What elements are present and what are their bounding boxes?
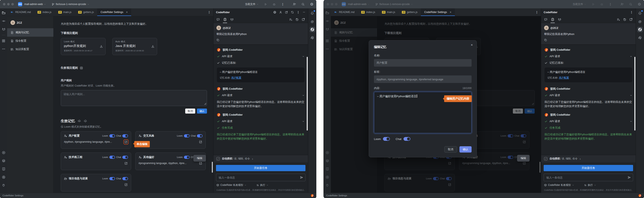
tune-icon[interactable]	[1, 18, 6, 24]
message-input[interactable]	[218, 176, 298, 179]
more-actions-icon[interactable]: ⋮	[281, 3, 284, 6]
window-controls[interactable]	[3, 3, 14, 6]
add-user-icon[interactable]	[293, 2, 296, 6]
memory-card-user-profile[interactable]: 用户配置 Loom Chat #python, #programming lan…	[61, 131, 131, 149]
edit-memory-button[interactable]	[124, 183, 128, 186]
refresh-icon[interactable]	[291, 11, 294, 14]
more-actions-icon[interactable]: ⋮	[609, 3, 612, 6]
chat-toggle[interactable]	[197, 134, 202, 138]
panel-settings-icon[interactable]	[273, 11, 276, 14]
status-left[interactable]: CodeRider Settings	[2, 194, 24, 197]
add-rule-icon[interactable]	[80, 66, 83, 70]
chat-toggle[interactable]	[122, 134, 128, 138]
cloud-download-icon[interactable]	[84, 119, 87, 123]
chevron-down-icon[interactable]	[302, 94, 304, 96]
gitlab-tab-icon[interactable]	[230, 16, 234, 23]
branch-switcher[interactable]: fix/issue-1-remove-qrcode	[52, 3, 89, 6]
loom-toggle[interactable]	[109, 134, 115, 138]
chevron-down-icon[interactable]	[302, 120, 304, 122]
edit-memory-button[interactable]	[124, 162, 128, 165]
memory-content-textarea[interactable]: – 用户偏好使用Python编程语言 编辑用户记忆内容	[374, 92, 472, 133]
download-icon[interactable]	[151, 45, 154, 48]
panel-account-icon[interactable]	[279, 11, 282, 14]
minimize-icon[interactable]	[302, 11, 306, 14]
docs-icon[interactable]	[1, 166, 6, 172]
at-mention-icon[interactable]: @	[310, 19, 315, 24]
tab-getters-js[interactable]: JS getters.js	[75, 8, 97, 16]
send-icon[interactable]	[300, 176, 303, 179]
remote-icon[interactable]	[1, 182, 6, 188]
user-rules-textarea[interactable]	[61, 90, 207, 106]
status-left[interactable]: CodeRider Settings	[326, 194, 347, 197]
memory-card-project-info[interactable]: 项目信息与进展 Loom Chat	[61, 174, 131, 192]
tab-index-js[interactable]: JS index.js	[34, 8, 55, 16]
branch-switcher[interactable]: fix/issue-1-remove-qrcode	[376, 3, 413, 6]
memory-card-tech-stack[interactable]: 技术栈工程 Loom Chat	[61, 152, 131, 170]
chevron-right-icon[interactable]: ›	[252, 157, 253, 160]
chat-tab-icon[interactable]	[216, 16, 220, 23]
run-button[interactable]	[592, 3, 595, 6]
chevron-down-icon[interactable]	[302, 55, 304, 58]
explorer-icon[interactable]	[1, 10, 6, 16]
memory-name-link[interactable]: 用户配置	[231, 76, 241, 79]
rule-card-auto[interactable]: Auto 模式 Java 开发规则 更新时间：2025-08-13 10:08:…	[112, 38, 157, 55]
sidebar-item-rules-memory[interactable]: 规则与记忆	[7, 28, 54, 37]
new-task-button[interactable]: 开始新任务	[216, 165, 306, 171]
api-request-row[interactable]: API 请求	[217, 54, 304, 58]
run-button[interactable]	[264, 3, 267, 6]
gitlab-icon[interactable]	[1, 26, 6, 32]
tab-readme[interactable]: M↓ README.md	[7, 8, 34, 16]
sidebar-item-knowledge-base[interactable]: 知识库配置	[7, 45, 54, 54]
cloud-upload-icon[interactable]	[78, 119, 81, 123]
tasks-tab-icon[interactable]	[223, 16, 227, 23]
notifications-icon[interactable]	[310, 10, 315, 16]
python-icon[interactable]	[310, 35, 315, 40]
edit-memory-button[interactable]	[124, 140, 128, 144]
api-request-row[interactable]: API 请求	[217, 120, 304, 123]
more-views-icon[interactable]: ⋯	[1, 46, 6, 52]
run-config-select[interactable]: 当前文件	[572, 2, 586, 6]
new-chat-icon[interactable]	[285, 11, 288, 14]
coderider-status-logo[interactable]	[638, 194, 642, 197]
confirm-button[interactable]: 确认	[460, 146, 472, 152]
run-config-select[interactable]: 当前文件	[245, 2, 258, 6]
account-row[interactable]: ZCZ	[7, 19, 54, 28]
list-add-icon[interactable]	[289, 16, 292, 23]
project-switcher[interactable]: mall-admin-web	[24, 3, 46, 6]
cancel-button[interactable]: 取消	[444, 146, 457, 152]
loom-toggle[interactable]	[109, 177, 115, 180]
coderider-sidebar-icon[interactable]	[310, 27, 315, 32]
history-icon[interactable]	[296, 16, 299, 23]
editor-more-icon[interactable]: ⋮	[205, 8, 213, 16]
message-input-box[interactable]	[216, 174, 306, 181]
extensions-icon[interactable]	[1, 38, 6, 44]
project-switcher[interactable]: mall-admin-web	[348, 3, 370, 6]
run-debug-icon[interactable]	[1, 150, 6, 155]
download-icon[interactable]	[100, 45, 103, 48]
api-request-row[interactable]: API 请求	[217, 94, 304, 97]
rule-card-loom[interactable]: Loom 模式 python开发规则 更新时间：2025-09-04 10:46…	[61, 38, 106, 55]
open-editor-icon[interactable]	[302, 16, 305, 23]
settings-gear-icon[interactable]	[310, 2, 314, 6]
add-user-icon[interactable]	[620, 2, 624, 6]
chat-toggle[interactable]	[404, 137, 410, 141]
editor-scrollbar[interactable]	[212, 162, 213, 173]
layers-icon[interactable]	[1, 158, 6, 164]
confirm-button[interactable]: 确认	[197, 108, 207, 114]
memory-name-input[interactable]	[374, 59, 472, 67]
search-icon[interactable]	[629, 3, 632, 6]
memory-card-other-preferences[interactable]: 其他偏好 Loom Chat #programming language, #p…	[135, 152, 206, 170]
auto-auth-row[interactable]: 自动授权: 读, 编辑, 命令 ›	[214, 155, 308, 162]
coderider-status-logo[interactable]	[311, 194, 314, 197]
account-icon[interactable]	[1, 174, 6, 180]
debug-button[interactable]	[600, 3, 603, 6]
cancel-button[interactable]: 取消	[185, 108, 195, 114]
checkbox-checked-icon[interactable]	[216, 157, 220, 160]
close-icon[interactable]: ×	[471, 43, 473, 47]
model-select[interactable]: CodeRider 私有模型	[216, 183, 246, 187]
sidebar-item-commands[interactable]: 指令配置	[7, 37, 54, 45]
loom-toggle[interactable]	[383, 137, 390, 141]
tab-main-js[interactable]: JS main.js	[55, 8, 75, 16]
chat-toggle[interactable]	[122, 177, 128, 180]
tab-coderider-settings[interactable]: CodeRider Settings ×	[97, 8, 131, 16]
